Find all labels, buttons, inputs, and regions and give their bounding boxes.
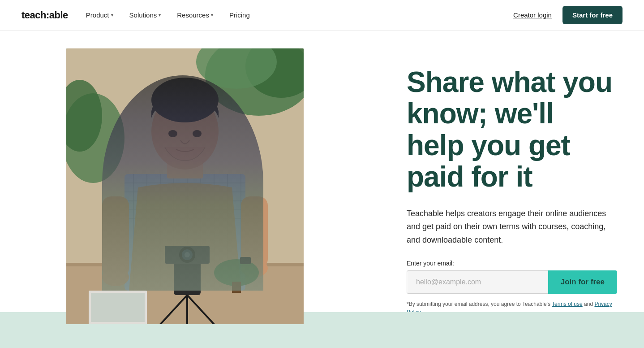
hero-image (66, 48, 304, 324)
chevron-down-icon: ▾ (111, 13, 113, 17)
navbar: teach:able Product ▾ Solutions ▾ Resourc… (0, 0, 644, 30)
hero-subtext: Teachable helps creators engage their on… (407, 207, 617, 247)
svg-point-34 (179, 247, 195, 263)
start-free-button[interactable]: Start for free (562, 6, 623, 24)
svg-point-26 (168, 130, 177, 137)
terms-of-use-link[interactable]: Terms of use (552, 301, 583, 307)
svg-point-40 (214, 259, 259, 286)
hero-content-area: Share what you know; we'll help you get … (0, 30, 644, 348)
svg-point-36 (185, 252, 190, 257)
join-free-button[interactable]: Join for free (548, 270, 617, 294)
svg-rect-8 (125, 174, 245, 291)
email-input[interactable] (407, 270, 548, 294)
svg-rect-43 (91, 293, 145, 322)
svg-rect-28 (102, 196, 129, 277)
svg-point-31 (241, 259, 268, 277)
creator-login-link[interactable]: Creator login (513, 11, 552, 19)
svg-point-30 (102, 268, 129, 286)
nav-item-solutions[interactable]: Solutions ▾ (129, 11, 161, 19)
svg-rect-33 (165, 246, 210, 264)
hero-section: Share what you know; we'll help you get … (0, 30, 644, 348)
nav-item-product[interactable]: Product ▾ (86, 11, 113, 19)
svg-rect-7 (66, 263, 304, 266)
nav-item-resources[interactable]: Resources ▾ (177, 11, 213, 19)
svg-point-35 (182, 249, 193, 260)
chevron-down-icon: ▾ (211, 13, 213, 17)
hero-headline: Share what you know; we'll help you get … (407, 66, 617, 193)
svg-rect-41 (232, 282, 241, 293)
svg-rect-23 (167, 147, 203, 178)
navbar-right: Creator login Start for free (513, 6, 623, 24)
email-form: Join for free (407, 270, 617, 294)
email-label: Enter your email: (407, 260, 617, 267)
svg-point-24 (151, 93, 219, 170)
hero-image-container (66, 48, 371, 335)
chevron-down-icon: ▾ (159, 13, 161, 17)
svg-rect-44 (240, 257, 251, 264)
svg-point-27 (193, 130, 202, 137)
nav-item-pricing[interactable]: Pricing (229, 11, 250, 19)
nav-links: Product ▾ Solutions ▾ Resources ▾ Pricin… (86, 11, 250, 19)
navbar-left: teach:able Product ▾ Solutions ▾ Resourc… (21, 9, 250, 21)
svg-point-25 (151, 78, 219, 122)
hero-photo-svg (66, 48, 304, 324)
logo[interactable]: teach:able (21, 9, 68, 21)
svg-rect-29 (241, 196, 268, 268)
svg-rect-32 (174, 255, 201, 295)
hero-text-content: Share what you know; we'll help you get … (371, 30, 644, 343)
